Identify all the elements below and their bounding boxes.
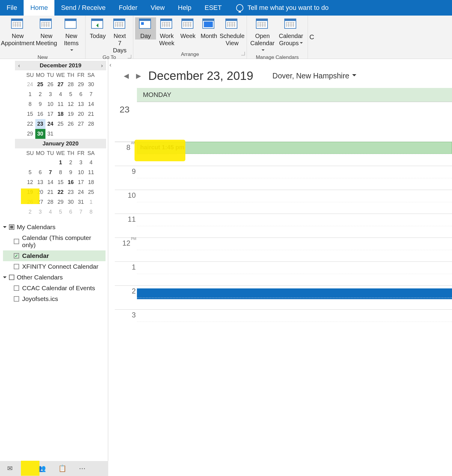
prev-day-button[interactable]: ◀: [124, 72, 129, 80]
month-view-button[interactable]: Month: [198, 17, 219, 39]
tab-help[interactable]: Help: [171, 0, 198, 16]
date-cell[interactable]: 23: [35, 119, 45, 129]
time-row[interactable]: 11: [115, 214, 452, 238]
date-cell[interactable]: 2: [25, 207, 35, 217]
date-cell[interactable]: 24: [76, 187, 86, 197]
date-cell[interactable]: 22: [56, 187, 66, 197]
date-cell[interactable]: 29: [25, 129, 35, 139]
date-cell[interactable]: 22: [25, 119, 35, 129]
date-cell[interactable]: 21: [86, 109, 96, 119]
date-cell[interactable]: 20: [76, 109, 86, 119]
date-cell[interactable]: 6: [66, 207, 76, 217]
date-cell[interactable]: 28: [45, 197, 56, 207]
calendar-checkbox[interactable]: [14, 296, 19, 302]
date-cell[interactable]: 9: [35, 99, 45, 109]
time-row[interactable]: 2: [115, 285, 452, 309]
date-cell[interactable]: 30: [86, 80, 96, 89]
date-cell[interactable]: 19: [25, 187, 35, 197]
date-cell[interactable]: 2: [35, 89, 45, 99]
tab-home[interactable]: Home: [24, 0, 54, 16]
tell-me-search[interactable]: Tell me what you want to do: [228, 0, 329, 16]
date-cell[interactable]: 12: [66, 99, 76, 109]
date-cell[interactable]: 4: [56, 89, 66, 99]
date-cell[interactable]: 6: [76, 89, 86, 99]
calendar-item[interactable]: Calendar (This computer only): [3, 232, 106, 250]
date-cell[interactable]: 30: [35, 129, 45, 139]
tab-send-receive[interactable]: Send / Receive: [54, 0, 112, 16]
open-calendar-button[interactable]: Open Calendar: [249, 17, 276, 54]
ribbon-overflow[interactable]: C: [308, 16, 316, 59]
time-slot[interactable]: [137, 190, 452, 214]
date-cell[interactable]: 5: [66, 89, 76, 99]
date-cell[interactable]: 7: [86, 89, 96, 99]
date-cell[interactable]: 10: [45, 99, 56, 109]
calendar-item[interactable]: CCAC Calendar of Events: [3, 283, 106, 293]
date-cell[interactable]: 28: [86, 119, 96, 129]
schedule-view-button[interactable]: Schedule View: [219, 17, 245, 47]
date-cell[interactable]: 28: [66, 80, 76, 89]
people-nav-icon[interactable]: 👥: [38, 465, 46, 472]
next-month-button[interactable]: ›: [98, 62, 106, 69]
tab-eset[interactable]: ESET: [198, 0, 228, 16]
date-cell[interactable]: 11: [56, 99, 66, 109]
date-cell[interactable]: 5: [25, 168, 35, 177]
mail-nav-icon[interactable]: ✉: [7, 465, 13, 472]
date-cell[interactable]: 1: [25, 89, 35, 99]
date-cell[interactable]: 3: [45, 89, 56, 99]
date-cell[interactable]: 13: [76, 99, 86, 109]
date-cell[interactable]: 27: [76, 119, 86, 129]
date-cell[interactable]: 30: [66, 197, 76, 207]
work-week-view-button[interactable]: Work Week: [156, 17, 178, 47]
date-cell[interactable]: 9: [66, 168, 76, 177]
date-cell[interactable]: 31: [76, 197, 86, 207]
time-slot[interactable]: [137, 286, 452, 309]
tasks-nav-icon[interactable]: 📋: [58, 465, 66, 472]
time-slot[interactable]: [137, 262, 452, 285]
day-view-button[interactable]: Day: [135, 17, 156, 39]
time-slot[interactable]: [137, 310, 452, 333]
date-cell[interactable]: 29: [76, 80, 86, 89]
date-cell[interactable]: 19: [66, 109, 76, 119]
calendar-item[interactable]: XFINITY Connect Calendar: [3, 261, 106, 272]
folder-pane-splitter[interactable]: ‹: [108, 59, 115, 461]
date-cell[interactable]: 21: [45, 187, 56, 197]
date-cell[interactable]: 11: [86, 168, 96, 177]
date-cell[interactable]: 16: [66, 177, 76, 187]
date-cell[interactable]: 24: [45, 119, 56, 129]
date-cell[interactable]: 16: [35, 109, 45, 119]
new-items-button[interactable]: New Items: [59, 17, 83, 54]
date-cell[interactable]: 8: [86, 207, 96, 217]
time-row[interactable]: 12PM: [115, 238, 452, 261]
time-row[interactable]: 1: [115, 261, 452, 285]
week-view-button[interactable]: Week: [178, 17, 198, 39]
date-cell[interactable]: 6: [35, 168, 45, 177]
date-cell[interactable]: 7: [45, 168, 56, 177]
date-cell[interactable]: 17: [76, 177, 86, 187]
next-7-days-button[interactable]: Next 7 Days: [108, 17, 131, 54]
date-cell[interactable]: 15: [25, 109, 35, 119]
date-cell[interactable]: 3: [35, 207, 45, 217]
calendar-checkbox[interactable]: [14, 285, 19, 291]
calendar-item[interactable]: Joyofsets.ics: [3, 293, 106, 304]
date-cell[interactable]: 10: [76, 168, 86, 177]
date-cell[interactable]: 14: [86, 99, 96, 109]
time-slot[interactable]: [137, 142, 452, 166]
calendar-checkbox[interactable]: ✓: [14, 253, 19, 258]
date-cell[interactable]: 5: [56, 207, 66, 217]
new-meeting-button[interactable]: New Meeting: [34, 17, 59, 47]
calendar-checkbox[interactable]: [14, 239, 19, 244]
date-cell[interactable]: 25: [86, 187, 96, 197]
new-appointment-button[interactable]: New Appointment: [2, 17, 34, 47]
calendar-item[interactable]: ✓Calendar: [3, 250, 106, 261]
date-cell[interactable]: 8: [56, 168, 66, 177]
date-cell[interactable]: 8: [25, 99, 35, 109]
date-cell[interactable]: 27: [35, 197, 45, 207]
time-row[interactable]: 10: [115, 190, 452, 214]
date-cell[interactable]: 29: [56, 197, 66, 207]
date-cell[interactable]: 26: [45, 80, 56, 89]
date-cell[interactable]: 26: [66, 119, 76, 129]
date-cell[interactable]: 1: [56, 158, 66, 168]
date-cell[interactable]: 3: [76, 158, 86, 168]
date-cell[interactable]: 17: [45, 109, 56, 119]
time-grid[interactable]: haircut 1:45 pm 8AM9101112PM123: [115, 142, 452, 333]
